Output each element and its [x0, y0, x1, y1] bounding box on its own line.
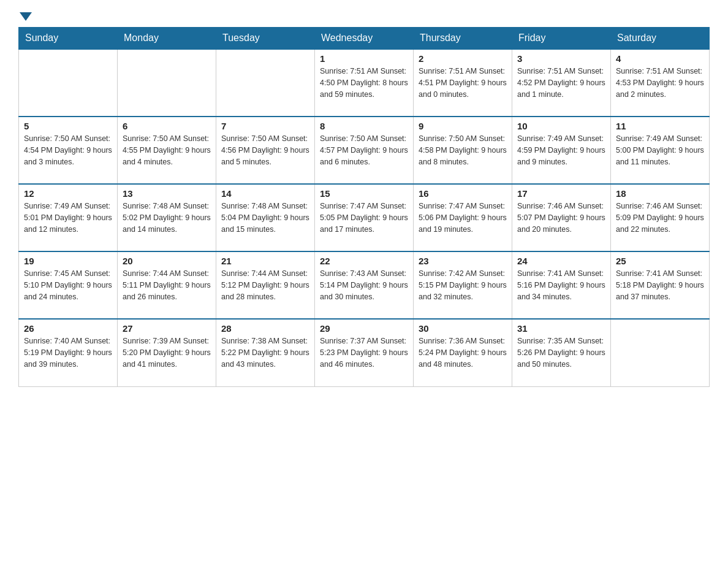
day-sun-info: Sunrise: 7:48 AM Sunset: 5:04 PM Dayligh… — [221, 201, 309, 235]
day-header-row: SundayMondayTuesdayWednesdayThursdayFrid… — [19, 28, 710, 50]
calendar-day-cell: 20Sunrise: 7:44 AM Sunset: 5:11 PM Dayli… — [118, 251, 216, 319]
day-sun-info: Sunrise: 7:44 AM Sunset: 5:12 PM Dayligh… — [221, 268, 309, 302]
day-sun-info: Sunrise: 7:51 AM Sunset: 4:51 PM Dayligh… — [419, 66, 507, 100]
day-number: 14 — [221, 188, 309, 199]
day-number: 19 — [24, 256, 112, 266]
day-sun-info: Sunrise: 7:47 AM Sunset: 5:06 PM Dayligh… — [419, 201, 507, 235]
day-sun-info: Sunrise: 7:49 AM Sunset: 5:00 PM Dayligh… — [616, 133, 704, 167]
day-sun-info: Sunrise: 7:41 AM Sunset: 5:18 PM Dayligh… — [616, 268, 704, 302]
calendar-day-cell: 9Sunrise: 7:50 AM Sunset: 4:58 PM Daylig… — [414, 117, 512, 184]
calendar-day-cell — [216, 49, 315, 117]
calendar-day-cell: 16Sunrise: 7:47 AM Sunset: 5:06 PM Dayli… — [414, 184, 512, 251]
day-number: 25 — [616, 256, 704, 266]
logo — [18, 12, 33, 21]
calendar-day-cell: 13Sunrise: 7:48 AM Sunset: 5:02 PM Dayli… — [118, 184, 216, 251]
calendar-week-row: 26Sunrise: 7:40 AM Sunset: 5:19 PM Dayli… — [19, 319, 710, 386]
day-number: 31 — [517, 323, 605, 334]
day-number: 15 — [320, 188, 408, 199]
day-sun-info: Sunrise: 7:39 AM Sunset: 5:20 PM Dayligh… — [123, 335, 211, 370]
calendar-day-cell: 10Sunrise: 7:49 AM Sunset: 4:59 PM Dayli… — [512, 117, 611, 184]
calendar-week-row: 12Sunrise: 7:49 AM Sunset: 5:01 PM Dayli… — [19, 184, 710, 251]
day-number: 2 — [419, 53, 507, 64]
day-number: 13 — [123, 188, 211, 199]
day-of-week-header: Sunday — [19, 28, 118, 50]
day-number: 11 — [616, 121, 704, 131]
day-sun-info: Sunrise: 7:50 AM Sunset: 4:57 PM Dayligh… — [320, 133, 408, 167]
day-of-week-header: Tuesday — [216, 28, 315, 50]
day-number: 21 — [221, 256, 309, 266]
day-number: 18 — [616, 188, 704, 199]
calendar-day-cell: 11Sunrise: 7:49 AM Sunset: 5:00 PM Dayli… — [611, 117, 710, 184]
day-sun-info: Sunrise: 7:50 AM Sunset: 4:56 PM Dayligh… — [221, 133, 309, 167]
calendar-day-cell: 6Sunrise: 7:50 AM Sunset: 4:55 PM Daylig… — [118, 117, 216, 184]
day-sun-info: Sunrise: 7:50 AM Sunset: 4:58 PM Dayligh… — [419, 133, 507, 167]
day-sun-info: Sunrise: 7:50 AM Sunset: 4:55 PM Dayligh… — [123, 133, 211, 167]
day-number: 26 — [24, 323, 112, 334]
day-of-week-header: Wednesday — [315, 28, 414, 50]
calendar-day-cell: 7Sunrise: 7:50 AM Sunset: 4:56 PM Daylig… — [216, 117, 315, 184]
day-number: 16 — [419, 188, 507, 199]
calendar-day-cell: 4Sunrise: 7:51 AM Sunset: 4:53 PM Daylig… — [611, 49, 710, 117]
day-number: 30 — [419, 323, 507, 334]
calendar-week-row: 19Sunrise: 7:45 AM Sunset: 5:10 PM Dayli… — [19, 251, 710, 319]
calendar-day-cell: 2Sunrise: 7:51 AM Sunset: 4:51 PM Daylig… — [414, 49, 512, 117]
day-sun-info: Sunrise: 7:38 AM Sunset: 5:22 PM Dayligh… — [221, 335, 309, 370]
day-sun-info: Sunrise: 7:51 AM Sunset: 4:53 PM Dayligh… — [616, 66, 704, 100]
day-number: 5 — [24, 121, 112, 131]
calendar-day-cell: 21Sunrise: 7:44 AM Sunset: 5:12 PM Dayli… — [216, 251, 315, 319]
calendar-day-cell: 1Sunrise: 7:51 AM Sunset: 4:50 PM Daylig… — [315, 49, 414, 117]
day-sun-info: Sunrise: 7:43 AM Sunset: 5:14 PM Dayligh… — [320, 268, 408, 302]
day-sun-info: Sunrise: 7:51 AM Sunset: 4:50 PM Dayligh… — [320, 66, 408, 100]
day-sun-info: Sunrise: 7:48 AM Sunset: 5:02 PM Dayligh… — [123, 201, 211, 235]
day-sun-info: Sunrise: 7:47 AM Sunset: 5:05 PM Dayligh… — [320, 201, 408, 235]
day-sun-info: Sunrise: 7:46 AM Sunset: 5:07 PM Dayligh… — [517, 201, 605, 235]
calendar-day-cell: 18Sunrise: 7:46 AM Sunset: 5:09 PM Dayli… — [611, 184, 710, 251]
day-number: 10 — [517, 121, 605, 131]
day-number: 28 — [221, 323, 309, 334]
calendar-day-cell: 25Sunrise: 7:41 AM Sunset: 5:18 PM Dayli… — [611, 251, 710, 319]
day-number: 20 — [123, 256, 211, 266]
day-number: 22 — [320, 256, 408, 266]
page-header — [18, 12, 710, 21]
calendar-table: SundayMondayTuesdayWednesdayThursdayFrid… — [18, 27, 710, 387]
calendar-day-cell: 14Sunrise: 7:48 AM Sunset: 5:04 PM Dayli… — [216, 184, 315, 251]
calendar-day-cell: 8Sunrise: 7:50 AM Sunset: 4:57 PM Daylig… — [315, 117, 414, 184]
day-of-week-header: Saturday — [611, 28, 710, 50]
day-number: 29 — [320, 323, 408, 334]
day-sun-info: Sunrise: 7:35 AM Sunset: 5:26 PM Dayligh… — [517, 335, 605, 370]
day-sun-info: Sunrise: 7:36 AM Sunset: 5:24 PM Dayligh… — [419, 335, 507, 370]
day-number: 1 — [320, 53, 408, 64]
calendar-day-cell: 23Sunrise: 7:42 AM Sunset: 5:15 PM Dayli… — [414, 251, 512, 319]
day-sun-info: Sunrise: 7:46 AM Sunset: 5:09 PM Dayligh… — [616, 201, 704, 235]
day-number: 8 — [320, 121, 408, 131]
calendar-day-cell: 30Sunrise: 7:36 AM Sunset: 5:24 PM Dayli… — [414, 319, 512, 386]
day-number: 4 — [616, 53, 704, 64]
day-sun-info: Sunrise: 7:42 AM Sunset: 5:15 PM Dayligh… — [419, 268, 507, 302]
calendar-week-row: 1Sunrise: 7:51 AM Sunset: 4:50 PM Daylig… — [19, 49, 710, 117]
day-number: 27 — [123, 323, 211, 334]
calendar-day-cell: 27Sunrise: 7:39 AM Sunset: 5:20 PM Dayli… — [118, 319, 216, 386]
day-number: 24 — [517, 256, 605, 266]
day-number: 23 — [419, 256, 507, 266]
calendar-day-cell: 29Sunrise: 7:37 AM Sunset: 5:23 PM Dayli… — [315, 319, 414, 386]
day-number: 7 — [221, 121, 309, 131]
logo-arrow-icon — [20, 12, 32, 21]
day-number: 12 — [24, 188, 112, 199]
calendar-day-cell: 12Sunrise: 7:49 AM Sunset: 5:01 PM Dayli… — [19, 184, 118, 251]
day-number: 6 — [123, 121, 211, 131]
calendar-week-row: 5Sunrise: 7:50 AM Sunset: 4:54 PM Daylig… — [19, 117, 710, 184]
day-of-week-header: Thursday — [414, 28, 512, 50]
day-sun-info: Sunrise: 7:44 AM Sunset: 5:11 PM Dayligh… — [123, 268, 211, 302]
day-number: 3 — [517, 53, 605, 64]
day-sun-info: Sunrise: 7:41 AM Sunset: 5:16 PM Dayligh… — [517, 268, 605, 302]
calendar-day-cell: 5Sunrise: 7:50 AM Sunset: 4:54 PM Daylig… — [19, 117, 118, 184]
day-of-week-header: Friday — [512, 28, 611, 50]
day-sun-info: Sunrise: 7:40 AM Sunset: 5:19 PM Dayligh… — [24, 335, 112, 370]
calendar-day-cell — [611, 319, 710, 386]
day-of-week-header: Monday — [118, 28, 216, 50]
calendar-day-cell: 17Sunrise: 7:46 AM Sunset: 5:07 PM Dayli… — [512, 184, 611, 251]
calendar-day-cell: 28Sunrise: 7:38 AM Sunset: 5:22 PM Dayli… — [216, 319, 315, 386]
day-sun-info: Sunrise: 7:49 AM Sunset: 5:01 PM Dayligh… — [24, 201, 112, 235]
calendar-day-cell: 26Sunrise: 7:40 AM Sunset: 5:19 PM Dayli… — [19, 319, 118, 386]
calendar-day-cell: 22Sunrise: 7:43 AM Sunset: 5:14 PM Dayli… — [315, 251, 414, 319]
